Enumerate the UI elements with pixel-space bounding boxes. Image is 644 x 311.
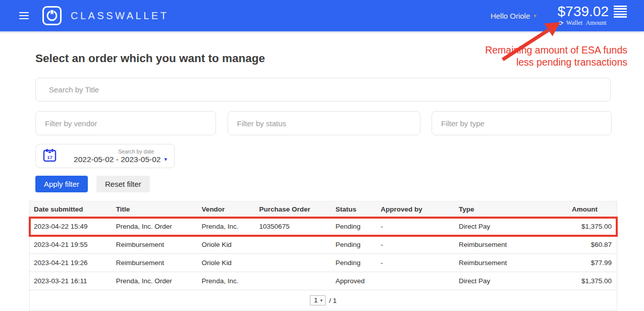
cell-title: Reimbursement xyxy=(112,254,198,272)
table-row[interactable]: 2023-04-22 15:49Prenda, Inc. OrderPrenda… xyxy=(30,218,617,236)
search-title-input[interactable] xyxy=(35,78,611,101)
brand-title: CLASSWALLET xyxy=(71,10,169,22)
cell-status: Approved xyxy=(332,272,377,290)
cell-type: Direct Pay xyxy=(455,218,551,236)
app-header: CLASSWALLET Hello Oriole ▾ $739.02 ⟳ Wal… xyxy=(0,0,644,31)
greeting-label: Hello Oriole xyxy=(491,12,530,20)
col-amount: Amount xyxy=(551,201,617,218)
cell-status: Pending xyxy=(332,218,377,236)
cell-date: 2023-03-21 16:11 xyxy=(30,272,112,290)
cell-date: 2023-04-21 19:26 xyxy=(30,254,112,272)
cell-vendor: Prenda, Inc. xyxy=(198,272,255,290)
filter-vendor-input[interactable] xyxy=(35,111,216,135)
annotation-line1: Remaining amount of ESA funds xyxy=(485,44,627,57)
col-type: Type xyxy=(455,201,551,218)
filter-type-input[interactable] xyxy=(432,111,612,135)
cell-vendor: Oriole Kid xyxy=(198,254,255,272)
cell-vendor: Prenda, Inc. xyxy=(198,218,255,236)
cell-po xyxy=(255,236,332,254)
cell-date: 2023-04-22 15:49 xyxy=(30,218,112,236)
classwallet-logo-icon[interactable] xyxy=(42,6,62,25)
wallet-list-icon[interactable] xyxy=(614,6,627,18)
cell-title: Reimbursement xyxy=(112,236,198,254)
cell-approved_by: - xyxy=(377,254,455,272)
cell-approved_by: - xyxy=(377,218,455,236)
cell-type: Reimbursement xyxy=(455,236,551,254)
refresh-icon[interactable]: ⟳ xyxy=(559,20,564,26)
annotation-line2: less pending transactions xyxy=(485,57,627,69)
date-label: Search by date xyxy=(118,148,167,154)
cell-type: Direct Pay xyxy=(455,272,551,290)
cell-amount: $60.87 xyxy=(551,236,617,254)
table-row[interactable]: 2023-04-21 19:26ReimbursementOriole KidP… xyxy=(30,254,617,272)
cell-vendor: Oriole Kid xyxy=(198,236,255,254)
cell-title: Prenda, Inc. Order xyxy=(112,218,198,236)
table-row[interactable]: 2023-04-21 19:55ReimbursementOriole KidP… xyxy=(30,236,617,254)
cell-amount: $77.99 xyxy=(551,254,617,272)
wallet-amount-label: Wallet Amount xyxy=(566,19,607,27)
page-total: / 1 xyxy=(329,297,337,304)
page-select[interactable]: 1 ▾ xyxy=(310,295,326,305)
page-select-chevron-icon: ▾ xyxy=(320,298,323,303)
pagination: 1 ▾ / 1 xyxy=(30,290,617,310)
col-title: Title xyxy=(112,201,198,218)
cell-amount: $1,375.00 xyxy=(551,218,617,236)
date-range-picker[interactable]: 17 Search by date 2022-05-02 - 2023-05-0… xyxy=(35,144,175,168)
col-approved-by: Approved by xyxy=(377,201,455,218)
cell-date: 2023-04-21 19:55 xyxy=(30,236,112,254)
user-menu-caret-icon: ▾ xyxy=(533,13,536,19)
annotation-note: Remaining amount of ESA funds less pendi… xyxy=(485,44,627,68)
cell-po xyxy=(255,272,332,290)
apply-filter-button[interactable]: Apply filter xyxy=(35,176,88,192)
cell-po xyxy=(255,254,332,272)
svg-text:17: 17 xyxy=(47,154,52,160)
cell-po: 10350675 xyxy=(255,218,332,236)
table-header-row: Date submitted Title Vendor Purchase Ord… xyxy=(30,201,617,218)
col-date-submitted: Date submitted xyxy=(30,201,112,218)
cell-amount: $1,375.00 xyxy=(551,272,617,290)
col-purchase-order: Purchase Order xyxy=(255,201,332,218)
cell-status: Pending xyxy=(332,254,377,272)
user-menu[interactable]: Hello Oriole ▾ xyxy=(491,12,536,20)
cell-status: Pending xyxy=(332,236,377,254)
table-row[interactable]: 2023-03-21 16:11Prenda, Inc. OrderPrenda… xyxy=(30,272,617,290)
filter-status-input[interactable] xyxy=(228,111,420,135)
wallet-summary: $739.02 ⟳ Wallet Amount xyxy=(558,5,627,27)
cell-title: Prenda, Inc. Order xyxy=(112,272,198,290)
cell-approved_by xyxy=(377,272,455,290)
page-select-value: 1 xyxy=(314,296,318,304)
reset-filter-button[interactable]: Reset filter xyxy=(96,176,150,192)
cell-type: Reimbursement xyxy=(455,254,551,272)
hamburger-menu-icon[interactable] xyxy=(19,12,29,20)
col-status: Status xyxy=(332,201,377,218)
wallet-amount: $739.02 xyxy=(558,5,609,19)
date-caret-icon: ▾ xyxy=(164,156,167,163)
calendar-icon: 17 xyxy=(43,148,57,164)
cell-approved_by: - xyxy=(377,236,455,254)
col-vendor: Vendor xyxy=(198,201,255,218)
date-range-value: 2022-05-02 - 2023-05-02 xyxy=(74,155,160,164)
orders-table-body: 2023-04-22 15:49Prenda, Inc. OrderPrenda… xyxy=(30,218,617,290)
orders-table: Date submitted Title Vendor Purchase Ord… xyxy=(29,201,617,311)
